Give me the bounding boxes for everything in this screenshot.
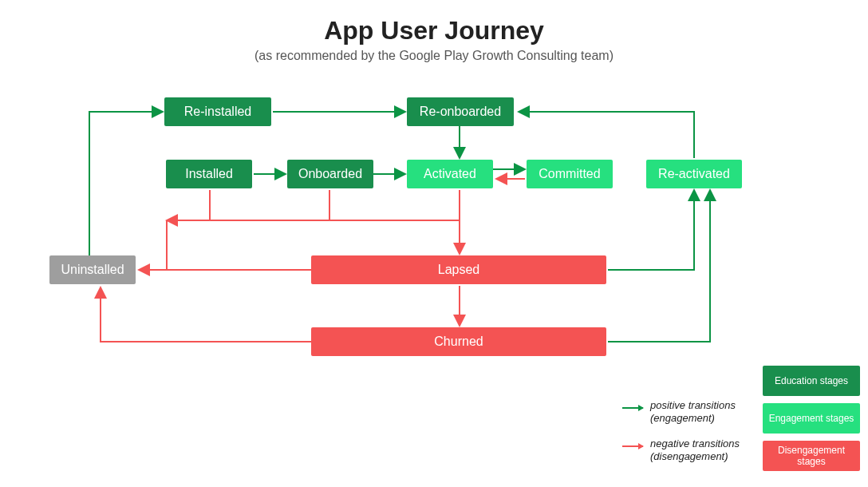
node-reinstalled: Re-installed (164, 97, 271, 126)
legend-positive-label: positive transitions (engagement) (650, 399, 762, 426)
node-churned: Churned (311, 327, 606, 356)
node-lapsed: Lapsed (311, 255, 606, 284)
legend-disengagement: Disengagement stages (763, 441, 860, 471)
node-reactivated: Re-activated (646, 160, 742, 188)
node-activated: Activated (407, 160, 493, 188)
legend-arrow-positive-icon (622, 407, 643, 409)
node-installed: Installed (166, 160, 252, 188)
diagram-canvas: Re-installed Re-onboarded Installed Onbo… (0, 0, 868, 487)
node-reonboarded: Re-onboarded (407, 97, 514, 126)
legend-arrow-negative-icon (622, 445, 643, 447)
arrow-uninstalled-reinstalled (89, 112, 163, 255)
arrow-churned-uninstalled (101, 287, 311, 342)
node-uninstalled: Uninstalled (49, 255, 136, 284)
legend-engagement: Engagement stages (763, 403, 860, 434)
node-onboarded: Onboarded (287, 160, 373, 188)
legend-education: Education stages (763, 366, 860, 396)
arrow-churned-reactivated (608, 190, 710, 342)
legend-negative-label: negative transitions (disengagement) (650, 438, 762, 464)
arrow-reactivated-reonboarded (519, 112, 694, 158)
arrow-lapsed-reactivated (608, 190, 694, 270)
node-committed: Committed (527, 160, 613, 188)
